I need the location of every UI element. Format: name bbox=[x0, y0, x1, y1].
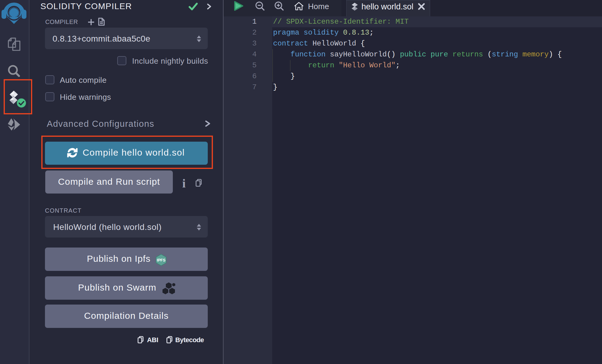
svg-text:IPFS: IPFS bbox=[157, 258, 166, 262]
